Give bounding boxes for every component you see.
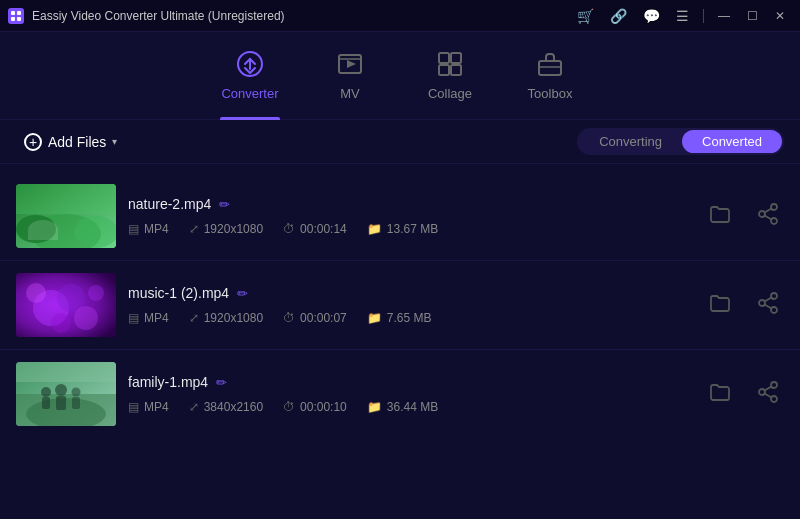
svg-line-21 (765, 215, 772, 219)
collage-label: Collage (428, 86, 472, 101)
svg-line-49 (765, 386, 772, 390)
resolution-meta: ⤢ 1920x1080 (189, 311, 263, 325)
converter-icon (236, 50, 264, 82)
maximize-button[interactable]: ☐ (740, 4, 764, 28)
file-actions (704, 287, 784, 324)
open-folder-button[interactable] (704, 198, 736, 235)
file-meta: ▤ MP4 ⤢ 1920x1080 ⏱ 00:00:07 📁 7.65 MB (128, 311, 692, 325)
file-actions (704, 376, 784, 413)
svg-rect-10 (451, 65, 461, 75)
format-meta: ▤ MP4 (128, 222, 169, 236)
duration-meta: ⏱ 00:00:07 (283, 311, 347, 325)
converter-label: Converter (221, 86, 278, 101)
title-bar-controls[interactable]: 🛒 🔗 💬 ☰ — ☐ ✕ (571, 4, 792, 28)
svg-rect-41 (56, 396, 66, 410)
file-duration: 00:00:07 (300, 311, 347, 325)
format-meta: ▤ MP4 (128, 400, 169, 414)
file-info: nature-2.mp4 ✏ ▤ MP4 ⤢ 1920x1080 ⏱ 00:00… (128, 196, 692, 236)
file-resolution: 3840x2160 (204, 400, 263, 414)
file-format: MP4 (144, 400, 169, 414)
list-item: nature-2.mp4 ✏ ▤ MP4 ⤢ 1920x1080 ⏱ 00:00… (0, 172, 800, 261)
file-name-row: nature-2.mp4 ✏ (128, 196, 692, 212)
file-duration: 00:00:14 (300, 222, 347, 236)
resolution-meta: ⤢ 1920x1080 (189, 222, 263, 236)
add-files-button[interactable]: + Add Files ▾ (16, 129, 125, 155)
app-title: Eassiy Video Converter Ultimate (Unregis… (32, 9, 285, 23)
converting-tab[interactable]: Converting (579, 130, 682, 153)
duration-meta: ⏱ 00:00:14 (283, 222, 347, 236)
file-name-row: music-1 (2).mp4 ✏ (128, 285, 692, 301)
plus-icon: + (24, 133, 42, 151)
file-actions (704, 198, 784, 235)
svg-rect-43 (72, 397, 80, 409)
list-item: family-1.mp4 ✏ ▤ MP4 ⤢ 3840x2160 ⏱ 00:00… (0, 350, 800, 438)
clock-icon: ⏱ (283, 222, 295, 236)
mv-icon (336, 50, 364, 82)
size-icon: 📁 (367, 400, 382, 414)
collage-icon (436, 50, 464, 82)
file-thumbnail (16, 273, 116, 337)
menu-icon[interactable]: ☰ (670, 6, 695, 26)
svg-rect-44 (16, 362, 116, 382)
mv-label: MV (340, 86, 360, 101)
svg-rect-39 (42, 397, 50, 409)
svg-line-33 (765, 304, 772, 308)
edit-icon[interactable]: ✏ (216, 375, 227, 390)
file-size: 13.67 MB (387, 222, 438, 236)
duration-meta: ⏱ 00:00:10 (283, 400, 347, 414)
size-meta: 📁 36.44 MB (367, 400, 438, 414)
file-name-row: family-1.mp4 ✏ (128, 374, 692, 390)
svg-point-28 (51, 313, 71, 333)
file-meta: ▤ MP4 ⤢ 3840x2160 ⏱ 00:00:10 📁 36.44 MB (128, 400, 692, 414)
clock-icon: ⏱ (283, 400, 295, 414)
file-format: MP4 (144, 311, 169, 325)
resolution-meta: ⤢ 3840x2160 (189, 400, 263, 414)
svg-point-40 (55, 384, 67, 396)
share-button[interactable] (752, 376, 784, 413)
svg-rect-1 (17, 11, 21, 15)
minimize-button[interactable]: — (712, 4, 736, 28)
file-format: MP4 (144, 222, 169, 236)
resolution-icon: ⤢ (189, 400, 199, 414)
svg-rect-0 (11, 11, 15, 15)
file-info: family-1.mp4 ✏ ▤ MP4 ⤢ 3840x2160 ⏱ 00:00… (128, 374, 692, 414)
size-meta: 📁 7.65 MB (367, 311, 432, 325)
file-name: nature-2.mp4 (128, 196, 211, 212)
svg-line-22 (765, 208, 772, 212)
svg-point-42 (72, 388, 81, 397)
converted-tab[interactable]: Converted (682, 130, 782, 153)
share-button[interactable] (752, 287, 784, 324)
svg-point-27 (26, 283, 46, 303)
svg-point-38 (41, 387, 51, 397)
file-name: family-1.mp4 (128, 374, 208, 390)
status-tab-group: Converting Converted (577, 128, 784, 155)
cart-icon[interactable]: 🛒 (571, 6, 600, 26)
file-thumbnail (16, 184, 116, 248)
svg-rect-2 (11, 17, 15, 21)
share-button[interactable] (752, 198, 784, 235)
svg-rect-9 (439, 65, 449, 75)
format-meta: ▤ MP4 (128, 311, 169, 325)
chat-icon[interactable]: 💬 (637, 6, 666, 26)
nav-item-mv[interactable]: MV (300, 32, 400, 120)
svg-rect-11 (539, 61, 561, 75)
edit-icon[interactable]: ✏ (219, 197, 230, 212)
file-resolution: 1920x1080 (204, 311, 263, 325)
svg-rect-3 (17, 17, 21, 21)
chevron-down-icon: ▾ (112, 136, 117, 147)
link-icon[interactable]: 🔗 (604, 6, 633, 26)
nav-item-converter[interactable]: Converter (200, 32, 300, 120)
size-icon: 📁 (367, 222, 382, 236)
open-folder-button[interactable] (704, 287, 736, 324)
edit-icon[interactable]: ✏ (237, 286, 248, 301)
svg-line-34 (765, 297, 772, 301)
file-name: music-1 (2).mp4 (128, 285, 229, 301)
open-folder-button[interactable] (704, 376, 736, 413)
close-button[interactable]: ✕ (768, 4, 792, 28)
svg-line-48 (765, 393, 772, 397)
file-info: music-1 (2).mp4 ✏ ▤ MP4 ⤢ 1920x1080 ⏱ 00… (128, 285, 692, 325)
film-icon: ▤ (128, 311, 139, 325)
nav-item-toolbox[interactable]: Toolbox (500, 32, 600, 120)
app-icon (8, 8, 24, 24)
nav-item-collage[interactable]: Collage (400, 32, 500, 120)
